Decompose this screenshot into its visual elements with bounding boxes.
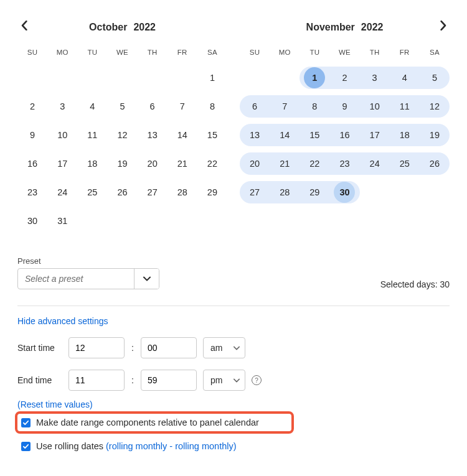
- day-cell[interactable]: 22: [300, 152, 329, 175]
- dow-cell: TU: [300, 46, 329, 63]
- dow-cell: WE: [329, 46, 359, 63]
- day-cell[interactable]: 13: [138, 124, 167, 146]
- week-row: 9101112131415: [17, 121, 227, 149]
- end-ampm-value: pm: [210, 375, 222, 385]
- day-cell[interactable]: 16: [17, 152, 47, 175]
- day-cell-empty: [138, 67, 167, 89]
- day-cell[interactable]: 19: [420, 124, 450, 146]
- day-cell[interactable]: 22: [197, 152, 227, 175]
- day-cell[interactable]: 6: [240, 95, 270, 118]
- day-cell[interactable]: 15: [197, 124, 227, 146]
- day-cell[interactable]: 1: [300, 67, 329, 89]
- advanced-settings-toggle[interactable]: Hide advanced settings: [17, 316, 450, 326]
- day-cell[interactable]: 9: [329, 95, 359, 118]
- day-cell[interactable]: 14: [167, 124, 197, 146]
- rolling-checkbox[interactable]: [21, 442, 31, 451]
- prev-month-button[interactable]: [17, 19, 31, 32]
- day-cell[interactable]: 26: [420, 152, 450, 175]
- day-cell[interactable]: 31: [47, 210, 77, 232]
- day-cell[interactable]: 21: [167, 152, 197, 175]
- day-cell[interactable]: 5: [420, 67, 450, 89]
- end-time-label: End time: [17, 375, 62, 385]
- dow-cell: TU: [77, 46, 107, 63]
- relative-checkbox[interactable]: [21, 418, 31, 427]
- day-cell[interactable]: 27: [240, 181, 270, 203]
- day-cell[interactable]: 3: [360, 67, 390, 89]
- info-icon[interactable]: ?: [252, 375, 262, 385]
- rolling-detail-link[interactable]: (rolling monthly - rolling monthly): [106, 441, 237, 451]
- end-time-row: End time : pm ?: [17, 370, 450, 391]
- day-cell[interactable]: 18: [77, 152, 107, 175]
- day-cell-empty: [107, 210, 137, 232]
- day-cell[interactable]: 23: [329, 152, 359, 175]
- day-cell[interactable]: 29: [300, 181, 329, 203]
- day-cell[interactable]: 17: [360, 124, 390, 146]
- day-cell[interactable]: 11: [77, 124, 107, 146]
- day-cell[interactable]: 6: [138, 95, 167, 118]
- day-cell[interactable]: 24: [360, 152, 390, 175]
- selected-days: Selected days: 30: [380, 279, 450, 289]
- dow-cell: WE: [107, 46, 137, 63]
- day-cell[interactable]: 30: [329, 181, 359, 203]
- start-time-label: Start time: [17, 343, 62, 353]
- week-row: 23242526272829: [17, 178, 227, 207]
- day-cell[interactable]: 10: [360, 95, 390, 118]
- calendar-left: October2022 SUMOTUWETHFRSA 1234567891011…: [17, 17, 227, 235]
- day-cell[interactable]: 20: [240, 152, 270, 175]
- day-cell[interactable]: 1: [197, 67, 227, 89]
- day-cell[interactable]: 8: [300, 95, 329, 118]
- day-cell[interactable]: 18: [390, 124, 420, 146]
- day-cell-empty: [270, 67, 300, 89]
- day-cell[interactable]: 25: [77, 181, 107, 203]
- day-cell[interactable]: 20: [138, 152, 167, 175]
- day-cell[interactable]: 13: [240, 124, 270, 146]
- day-cell[interactable]: 12: [420, 95, 450, 118]
- end-hour-input[interactable]: [68, 370, 125, 391]
- day-cell[interactable]: 15: [300, 124, 329, 146]
- day-cell[interactable]: 8: [197, 95, 227, 118]
- day-cell[interactable]: 26: [107, 181, 137, 203]
- day-cell[interactable]: 7: [167, 95, 197, 118]
- day-cell[interactable]: 4: [390, 67, 420, 89]
- day-cell[interactable]: 25: [390, 152, 420, 175]
- start-ampm-select[interactable]: am: [203, 337, 245, 358]
- day-cell[interactable]: 10: [47, 124, 77, 146]
- day-cell-empty: [167, 210, 197, 232]
- day-cell[interactable]: 17: [47, 152, 77, 175]
- calendar-right-month: November: [306, 22, 355, 32]
- day-cell[interactable]: 7: [270, 95, 300, 118]
- day-cell[interactable]: 28: [270, 181, 300, 203]
- next-month-button[interactable]: [436, 19, 450, 32]
- day-cell[interactable]: 21: [270, 152, 300, 175]
- start-minute-input[interactable]: [141, 337, 197, 358]
- range-end-marker: 30: [334, 182, 355, 203]
- day-cell[interactable]: 2: [17, 95, 47, 118]
- day-cell[interactable]: 19: [107, 152, 137, 175]
- day-cell[interactable]: 27: [138, 181, 167, 203]
- day-cell[interactable]: 2: [329, 67, 359, 89]
- day-cell[interactable]: 29: [197, 181, 227, 203]
- day-cell[interactable]: 4: [77, 95, 107, 118]
- week-row: 6789101112: [240, 92, 450, 121]
- week-row: 20212223242526: [240, 149, 450, 178]
- reset-time-link[interactable]: (Reset time values): [17, 399, 450, 409]
- day-cell[interactable]: 28: [167, 181, 197, 203]
- day-cell[interactable]: 14: [270, 124, 300, 146]
- day-cell-empty: [77, 67, 107, 89]
- preset-dropdown-button[interactable]: [134, 269, 159, 289]
- day-cell[interactable]: 5: [107, 95, 137, 118]
- range-start-marker: 1: [304, 67, 325, 88]
- end-ampm-select[interactable]: pm: [203, 370, 245, 391]
- preset-select[interactable]: Select a preset: [17, 268, 159, 289]
- day-cell[interactable]: 23: [17, 181, 47, 203]
- day-cell[interactable]: 3: [47, 95, 77, 118]
- day-cell[interactable]: 9: [17, 124, 47, 146]
- day-cell[interactable]: 16: [329, 124, 359, 146]
- calendar-left-header: October2022: [17, 17, 227, 37]
- day-cell[interactable]: 12: [107, 124, 137, 146]
- start-hour-input[interactable]: [68, 337, 125, 358]
- day-cell[interactable]: 30: [17, 210, 47, 232]
- end-minute-input[interactable]: [141, 370, 197, 391]
- day-cell[interactable]: 11: [390, 95, 420, 118]
- day-cell[interactable]: 24: [47, 181, 77, 203]
